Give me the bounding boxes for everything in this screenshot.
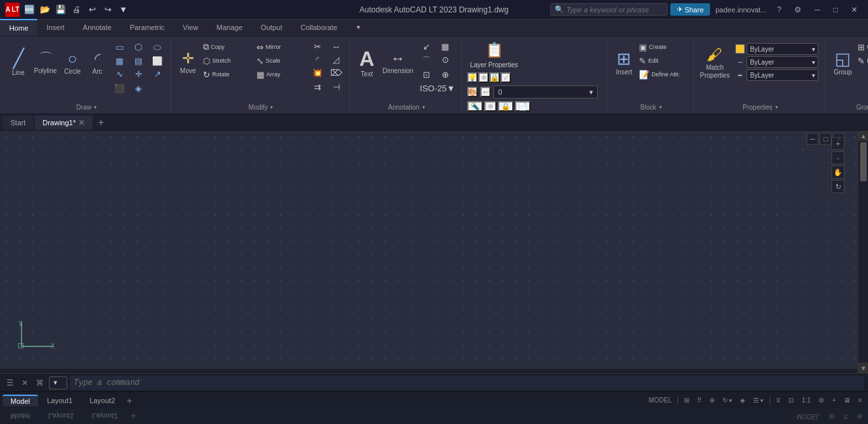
groups-group-label[interactable]: Groups ▾ xyxy=(831,102,868,114)
tab-start[interactable]: Start xyxy=(3,115,33,130)
properties-group-label[interactable]: Properties ▾ xyxy=(699,102,821,114)
annotation-group-label[interactable]: Annotation ▾ xyxy=(355,102,457,114)
layer-selector[interactable]: 0 ▾ xyxy=(493,85,598,98)
linetype-dropdown[interactable]: ByLayer ▾ xyxy=(747,56,818,68)
center-mark-btn[interactable]: ⊕ xyxy=(436,68,454,81)
model-tab[interactable]: Model xyxy=(3,395,38,406)
copy-btn[interactable]: ⧉ Copy xyxy=(201,40,253,53)
mirror-btn[interactable]: ⇔ Mirror xyxy=(255,40,307,53)
tab-parametric[interactable]: Parametric xyxy=(121,19,174,36)
line-btn[interactable]: ╱ Line xyxy=(7,40,30,86)
wipe-btn[interactable]: ⬛ xyxy=(110,82,129,95)
canvas-minimize-btn[interactable]: ─ xyxy=(807,133,818,145)
block-group-label[interactable]: Block ▾ xyxy=(612,102,689,114)
freeze-vp-btn[interactable]: ❄ xyxy=(484,101,497,112)
group-btn[interactable]: ◱ Group xyxy=(831,40,854,86)
zoom-out-btn[interactable]: - xyxy=(831,151,845,164)
tab-insert[interactable]: Insert xyxy=(37,19,74,36)
dimension-btn[interactable]: ↔ Dimension xyxy=(380,40,416,86)
radial-dim-btn[interactable]: ⊙ xyxy=(436,53,454,68)
scroll-down-btn[interactable]: ▼ xyxy=(858,363,868,373)
explode-btn[interactable]: 💥 xyxy=(308,67,326,79)
fillet-btn[interactable]: ◜ xyxy=(308,53,326,66)
layer-lock-btn[interactable]: 🔒 xyxy=(489,72,500,83)
chamfer-btn[interactable]: ◿ xyxy=(327,53,345,66)
layer-match-btn[interactable]: 🎨 xyxy=(467,87,478,97)
close-btn[interactable]: ✕ xyxy=(846,3,863,17)
layer-freeze-btn[interactable]: ❄ xyxy=(478,72,489,83)
layout2-tab[interactable]: Layout2 xyxy=(82,395,123,406)
save-btn[interactable]: 💾 xyxy=(55,4,67,16)
layers-group-label[interactable]: Layers ▾ xyxy=(467,112,602,114)
new-file-btn[interactable]: 🆕 xyxy=(23,4,35,16)
polyline-btn[interactable]: ⌒ Polyline xyxy=(31,40,59,86)
define-attr-btn[interactable]: 📝 Define Attr. xyxy=(637,68,689,81)
maximize-btn[interactable]: □ xyxy=(828,3,843,17)
cmd-close-btn[interactable]: ✕ xyxy=(19,377,31,389)
print-btn[interactable]: 🖨 xyxy=(70,4,82,16)
xline-btn[interactable]: ✛ xyxy=(129,68,147,80)
copy-layer-btn[interactable]: 📄 xyxy=(515,101,531,112)
tolerance-btn[interactable]: ⊡ xyxy=(417,68,435,81)
pan-btn[interactable]: ✋ xyxy=(831,166,845,179)
tab-view[interactable]: View xyxy=(174,19,208,36)
scroll-up-btn[interactable]: ▲ xyxy=(858,130,868,141)
properties-btn[interactable]: ⚙ xyxy=(815,395,828,405)
cmd-history-btn[interactable]: ⌘ xyxy=(33,377,46,389)
gradient-btn[interactable]: ▤ xyxy=(129,55,147,67)
quick-access-dropdown[interactable]: ▼ xyxy=(117,4,129,16)
move-btn[interactable]: ✛ Move xyxy=(176,40,200,86)
canvas-area[interactable]: Y X ─ □ ✕ + - ✋ ↻ ▲ ▼ xyxy=(0,130,868,373)
layout1-tab[interactable]: Layout1 xyxy=(39,395,80,406)
mleader-btn[interactable]: ↙ xyxy=(417,40,435,53)
break-btn[interactable]: ⊣ xyxy=(327,81,345,93)
polar-btn[interactable]: ⊕ xyxy=(706,395,718,405)
insert-btn[interactable]: ⊞ Insert xyxy=(612,40,636,86)
scroll-thumb[interactable] xyxy=(860,142,867,181)
edit-block-btn[interactable]: ✎ Edit xyxy=(637,54,689,67)
erase-btn[interactable]: ⌦ xyxy=(327,67,345,79)
rectangle-btn[interactable]: ▭ xyxy=(110,40,129,54)
vp-scale-btn[interactable]: ⊡ xyxy=(785,395,797,405)
cmd-dropdown[interactable]: ▾ xyxy=(49,376,67,389)
offset-btn[interactable]: ⇉ xyxy=(308,81,326,93)
arc-btn[interactable]: ◜ Arc xyxy=(85,40,109,86)
layer-previous-btn[interactable]: ↩ xyxy=(480,87,491,97)
circle-btn[interactable]: ○ Circle xyxy=(61,40,84,86)
text-btn[interactable]: A Text xyxy=(355,40,379,86)
otrack-btn[interactable]: ◈ xyxy=(737,395,749,405)
ellipse-btn[interactable]: ⬭ xyxy=(148,40,166,54)
create-block-btn[interactable]: ▣ Create xyxy=(637,40,689,53)
lineweight-dropdown[interactable]: ByLayer ▾ xyxy=(747,69,818,81)
search-box[interactable]: 🔍 xyxy=(550,3,668,16)
draw-group-label[interactable]: Draw ▾ xyxy=(7,102,166,114)
layer-props-btn[interactable]: 📋 Layer Properties xyxy=(467,40,520,70)
stretch-btn[interactable]: ⬡ Stretch xyxy=(201,54,253,67)
tab-extra[interactable]: ▼ xyxy=(347,19,371,36)
add-layout-btn[interactable]: + xyxy=(124,395,134,406)
modify-group-label[interactable]: Modify ▾ xyxy=(176,102,345,114)
boundary-btn[interactable]: ⬜ xyxy=(148,55,166,67)
hatch-btn[interactable]: ▦ xyxy=(110,55,129,67)
lock2-btn[interactable]: 🔒 xyxy=(498,101,514,112)
horizontal-scrollbar[interactable] xyxy=(0,368,858,373)
model-label[interactable]: MODEL xyxy=(645,395,675,405)
redo-btn[interactable]: ↪ xyxy=(102,4,114,16)
grid-btn[interactable]: ⊞ xyxy=(681,395,692,405)
minimize-btn[interactable]: ─ xyxy=(809,3,826,17)
share-button[interactable]: ✈ Share xyxy=(670,3,710,16)
tab-collaborate[interactable]: Collaborate xyxy=(292,19,347,36)
help-btn[interactable]: ? xyxy=(772,3,787,17)
open-file-btn[interactable]: 📂 xyxy=(39,4,51,16)
tab-close-btn[interactable]: ✕ xyxy=(78,119,85,127)
drawing-canvas[interactable]: Y X ─ □ ✕ + - ✋ ↻ xyxy=(0,130,858,373)
table-btn[interactable]: ▦ xyxy=(436,40,454,53)
osnap-btn[interactable]: ↻ ▾ xyxy=(719,395,736,405)
orbit-btn[interactable]: ↻ xyxy=(831,180,845,193)
extend-btn[interactable]: ↔ xyxy=(327,40,345,53)
lineweight-btn[interactable]: ☰ ▾ xyxy=(750,395,767,405)
tab-drawing1[interactable]: Drawing1* ✕ xyxy=(35,115,93,130)
ungroup-btn[interactable]: ⊞ Ungroup xyxy=(856,40,868,53)
rotate-btn[interactable]: ↻ Rotate xyxy=(201,68,253,81)
command-input[interactable] xyxy=(70,376,864,390)
